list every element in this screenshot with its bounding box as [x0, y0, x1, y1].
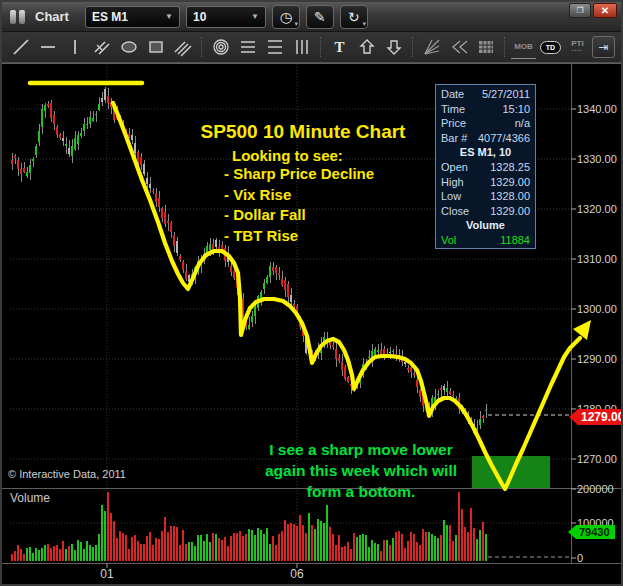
candle-body [413, 373, 415, 374]
candle-body [14, 156, 16, 158]
candle-body [419, 390, 421, 397]
pitchfork-tool[interactable] [89, 36, 114, 59]
volume-bar [425, 532, 427, 561]
volume-bar [140, 544, 142, 561]
candle-body [155, 193, 157, 202]
dock-panel-button[interactable]: ⇥ [592, 36, 615, 58]
volume-bar [200, 535, 202, 561]
volume-bar [356, 537, 358, 561]
volume-bar [332, 534, 334, 561]
data-panel-row: Time15:10 [436, 102, 535, 117]
yellow-annotation[interactable]: SP500 10 Minute Chart Looking to see: - … [170, 121, 436, 246]
volume-bar [437, 538, 439, 561]
fib-circles-tool[interactable] [208, 36, 233, 59]
candle-body [68, 148, 70, 154]
volume-bar [119, 531, 121, 561]
arrow-down-tool[interactable] [381, 36, 406, 59]
volume-bar [311, 525, 313, 561]
volume-bar [101, 505, 103, 561]
vertical-line-tool[interactable] [62, 36, 87, 59]
ellipse-tool[interactable] [116, 36, 141, 59]
volume-bar [164, 517, 166, 561]
volume-bar [431, 534, 433, 561]
volume-bar [65, 549, 67, 561]
candle-body [272, 267, 274, 272]
close-button[interactable]: ✕ [593, 3, 617, 18]
volume-bar [257, 528, 259, 561]
green-annotation[interactable]: I see a sharp move loweragain this week … [245, 439, 477, 502]
speed-lines-tool[interactable] [446, 36, 471, 59]
fib-extension-tool[interactable] [262, 36, 287, 59]
volume-bar [95, 545, 97, 561]
draw-button[interactable]: ✎ [306, 5, 334, 29]
price-axis-label: 1340.00 [577, 103, 617, 115]
rectangle-tool[interactable] [143, 36, 168, 59]
fib-retracement-tool[interactable] [235, 36, 260, 59]
volume-bar [377, 544, 379, 561]
data-panel[interactable]: Date5/27/2011Time15:10Pricen/aBar #4077/… [435, 84, 536, 249]
candle-body [164, 212, 166, 223]
candle-body [230, 266, 232, 273]
refresh-button[interactable]: ↻ ▾ [340, 5, 368, 29]
candle-body [11, 160, 13, 164]
candle-body [23, 168, 25, 171]
chevron-down-icon: ▾ [294, 20, 298, 28]
candle-body [161, 208, 163, 218]
annotation-bullet: - Vix Rise [224, 185, 436, 206]
text-tool[interactable]: T [327, 36, 352, 59]
candle-body [341, 362, 343, 370]
horizontal-line-tool[interactable] [35, 36, 60, 59]
volume-bar [227, 546, 229, 561]
candle-body [89, 117, 91, 124]
candle-body [86, 124, 88, 125]
volume-bar [245, 534, 247, 561]
restore-button[interactable]: ❐ [569, 3, 591, 18]
candle-body [482, 416, 484, 417]
candle-body [293, 304, 295, 306]
fib-timezones-tool[interactable] [289, 36, 314, 59]
candle-body [410, 367, 412, 372]
volume-bar [401, 534, 403, 561]
arrow-up-tool[interactable] [354, 36, 379, 59]
volume-bar [32, 553, 34, 561]
volume-bar [464, 527, 466, 561]
last-price-badge-label: 1279.00 [581, 410, 623, 424]
pti-tool[interactable]: PTI▪▪▪▪ [565, 36, 590, 59]
candle-body [17, 160, 19, 169]
volume-bar [47, 544, 49, 561]
parallel-channel-tool[interactable] [170, 36, 195, 59]
volume-bar [80, 542, 82, 561]
volume-bar [407, 541, 409, 561]
volume-bar [212, 533, 214, 561]
trendline-tool[interactable] [8, 36, 33, 59]
candle-body [140, 157, 142, 165]
volume-bar [218, 538, 220, 561]
volume-bar [194, 546, 196, 561]
candle-body [131, 135, 133, 139]
interval-dropdown[interactable]: 10 ▼ [186, 6, 266, 28]
volume-bar [83, 549, 85, 561]
pencil-icon: ✎ [314, 9, 326, 25]
volume-bar [284, 520, 286, 561]
volume-bar [251, 530, 253, 561]
candle-body [50, 103, 52, 117]
candle-body [71, 146, 73, 156]
volume-bar [146, 536, 148, 561]
time-frame-button[interactable]: ◷ ▾ [272, 5, 300, 29]
volume-bar [455, 535, 457, 561]
symbol-dropdown[interactable]: ES M1 ▼ [85, 6, 180, 28]
volume-bar [440, 535, 442, 561]
gann-fan-tool[interactable] [419, 36, 444, 59]
volume-bar [131, 537, 133, 561]
candle-body [374, 349, 376, 355]
volume-bar [413, 534, 415, 561]
grid-tool[interactable] [473, 36, 498, 59]
candle-body [338, 358, 340, 360]
mob-tool[interactable]: MOB [511, 36, 536, 59]
td-tool[interactable]: TD [538, 36, 563, 59]
volume-bar [416, 542, 418, 561]
data-panel-row: Close1329.00 [436, 204, 535, 219]
candle-body [392, 351, 394, 353]
volume-bar [56, 545, 58, 561]
data-panel-row: Vol11884 [436, 233, 535, 248]
